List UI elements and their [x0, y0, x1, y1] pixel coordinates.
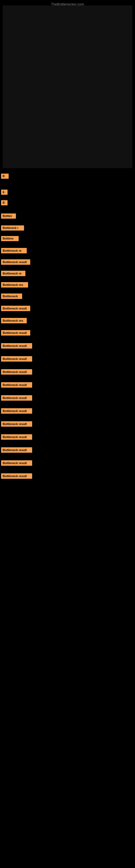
result-label-9: Bottleneck res [1, 282, 28, 287]
result-item-20: Bottleneck result [0, 421, 135, 427]
result-item-12: Bottleneck res [0, 318, 135, 323]
result-label-18: Bottleneck result [1, 395, 32, 401]
result-label-15: Bottleneck result [1, 356, 32, 362]
result-label-20: Bottleneck result [1, 421, 32, 427]
result-label-5: Bottlene [1, 236, 18, 241]
result-item-11: Bottleneck result [0, 306, 135, 311]
result-label-6: Bottleneck re [1, 248, 27, 253]
result-label-13: Bottleneck result [1, 330, 30, 336]
chart-area [3, 5, 132, 168]
result-label-14: Bottleneck result [1, 343, 32, 348]
result-item-10: Bottleneck [0, 293, 135, 299]
result-item-8: Bottleneck re [0, 271, 135, 276]
result-label-3: Bottlen [1, 214, 16, 219]
result-label-8: Bottleneck re [1, 271, 26, 276]
result-label-12: Bottleneck res [1, 318, 27, 323]
result-item-6: Bottleneck re [0, 248, 135, 253]
result-item-15: Bottleneck result [0, 356, 135, 362]
result-label-17: Bottleneck result [1, 382, 32, 388]
result-label-7: Bottleneck result [1, 259, 30, 265]
result-item-1: E [0, 190, 135, 195]
result-item-16: Bottleneck result [0, 369, 135, 375]
result-item-9: Bottleneck res [0, 282, 135, 287]
result-item-14: Bottleneck result [0, 343, 135, 348]
result-item-2: B [0, 200, 135, 205]
result-item-18: Bottleneck result [0, 395, 135, 401]
result-label-19: Bottleneck result [1, 408, 32, 414]
result-label-11: Bottleneck result [1, 306, 30, 311]
result-label-21: Bottleneck result [1, 434, 32, 440]
result-item-21: Bottleneck result [0, 434, 135, 440]
result-item-4: Bottleneck r [0, 225, 135, 230]
result-label-1: E [1, 190, 8, 195]
result-label-24: Bottleneck result [1, 473, 32, 479]
result-item-3: Bottlen [0, 214, 135, 219]
result-item-22: Bottleneck result [0, 447, 135, 453]
result-label-16: Bottleneck result [1, 369, 32, 375]
result-item-5: Bottlene [0, 236, 135, 241]
result-item-24: Bottleneck result [0, 473, 135, 479]
result-label-22: Bottleneck result [1, 447, 32, 453]
result-label-0: B [1, 174, 9, 179]
result-item-0: B [0, 174, 135, 179]
result-item-19: Bottleneck result [0, 408, 135, 414]
result-item-17: Bottleneck result [0, 382, 135, 388]
result-label-2: B [1, 200, 8, 205]
results-section: BEBBottlenBottleneck rBottleneBottleneck… [0, 174, 135, 481]
result-label-23: Bottleneck result [1, 460, 32, 466]
result-item-23: Bottleneck result [0, 460, 135, 466]
result-label-4: Bottleneck r [1, 225, 24, 230]
result-item-13: Bottleneck result [0, 330, 135, 336]
result-label-10: Bottleneck [1, 293, 22, 299]
result-item-7: Bottleneck result [0, 259, 135, 265]
